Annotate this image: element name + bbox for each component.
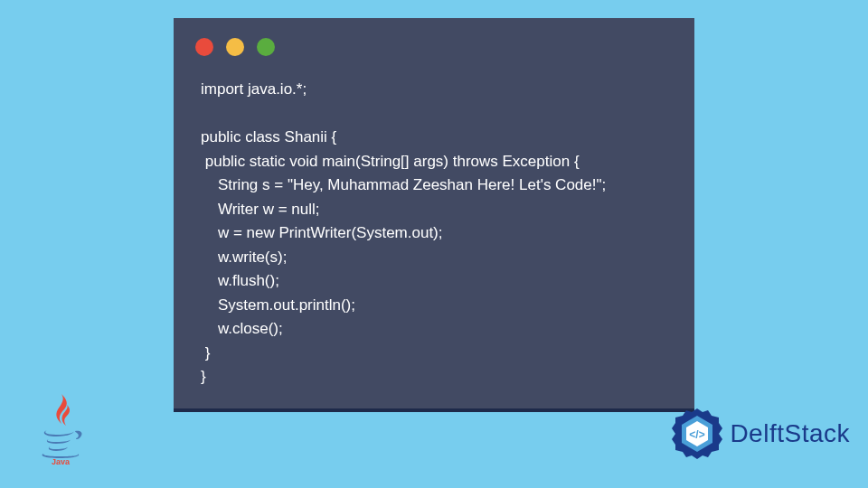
delftstack-gear-icon: </>	[668, 405, 726, 463]
delftstack-label: DelftStack	[730, 419, 850, 448]
delftstack-logo: </> DelftStack	[668, 405, 850, 463]
code-window: import java.io.*; public class Shanii { …	[174, 18, 694, 412]
java-label: Java	[52, 457, 71, 466]
java-logo-icon: Java	[34, 392, 87, 466]
minimize-icon	[226, 38, 244, 56]
svg-text:</>: </>	[690, 428, 705, 441]
code-content: import java.io.*; public class Shanii { …	[174, 56, 694, 389]
window-controls	[174, 18, 694, 56]
maximize-icon	[257, 38, 275, 56]
close-icon	[195, 38, 213, 56]
